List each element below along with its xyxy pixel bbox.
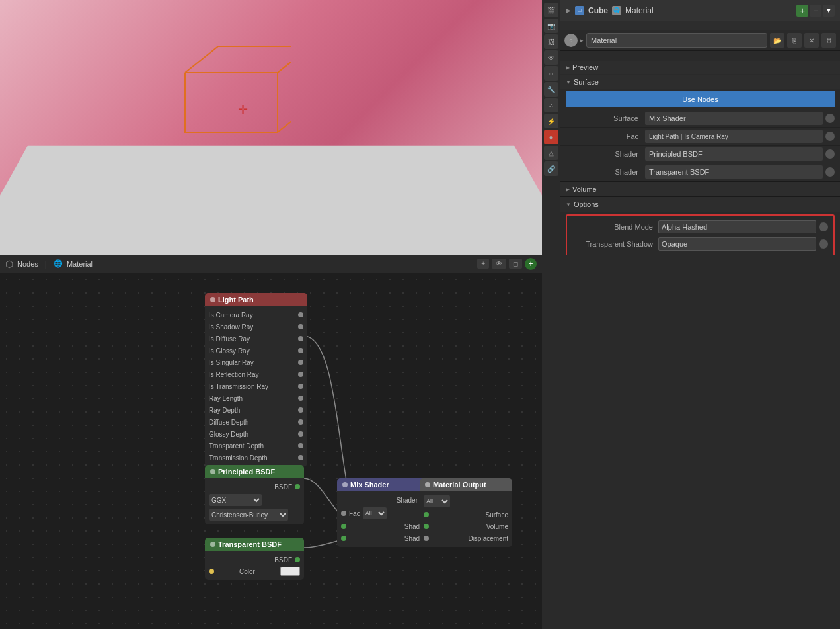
socket-transparent-depth[interactable]: [298, 443, 303, 448]
socket-transmission-depth[interactable]: [298, 455, 303, 460]
sidebar-icon-material[interactable]: ●: [544, 130, 558, 144]
socket-output-surface-in[interactable]: [424, 512, 429, 517]
surface-section-header[interactable]: ▼ Surface: [560, 75, 840, 89]
distribution-select[interactable]: GGX: [209, 494, 262, 506]
node-add-circle[interactable]: +: [525, 258, 537, 270]
node-mix-fac-row: Fac All: [337, 506, 430, 521]
use-nodes-btn[interactable]: Use Nodes: [566, 91, 835, 107]
material-unlink-btn[interactable]: ✕: [804, 33, 819, 48]
viewport-crosshair: ✛: [238, 103, 248, 117]
sidebar-icon-scene[interactable]: 🎬: [544, 3, 558, 17]
material-browse-btn[interactable]: 📂: [770, 33, 784, 48]
socket-is-reflection-ray[interactable]: [298, 372, 303, 377]
node-light-path-title: Light Path: [218, 296, 254, 304]
sidebar-icon-data[interactable]: △: [544, 146, 558, 160]
shader2-dot-btn[interactable]: [825, 167, 835, 177]
node-editor-icon: ⬡: [5, 259, 13, 269]
sidebar-icon-output[interactable]: 🖼: [544, 34, 558, 49]
socket-is-diffuse-ray[interactable]: [298, 336, 303, 341]
node-row-is-transmission-ray: Is Transmission Ray: [205, 380, 307, 392]
socket-ray-depth[interactable]: [298, 407, 303, 413]
blend-mode-row: Blend Mode Alpha Hashed Opaque Alpha Cli…: [570, 218, 831, 235]
material-arrow[interactable]: ▸: [580, 37, 584, 44]
socket-transparent-color-in[interactable]: [209, 569, 214, 574]
material-dropdown-row: ○ ▸ Material 📂 ⎘ ✕ ⚙: [560, 30, 840, 51]
panel-down-btn[interactable]: ▼: [823, 5, 835, 17]
node-transparent-bsdf[interactable]: Transparent BSDF BSDF Color: [205, 538, 304, 580]
node-transparent-bsdf-header: Transparent BSDF: [205, 538, 304, 551]
socket-mix-fac-in[interactable]: [341, 511, 346, 516]
shader1-dot-btn[interactable]: [825, 149, 835, 159]
node-mix-shader-header: Mix Shader: [337, 478, 430, 491]
socket-mix-shader2-in[interactable]: [341, 536, 346, 541]
surface-dot-btn[interactable]: [825, 114, 835, 123]
panel-expand-arrow[interactable]: ▶: [566, 7, 571, 14]
blend-mode-dropdown[interactable]: Alpha Hashed Opaque Alpha Clip Alpha Ble…: [658, 220, 816, 233]
fac-value-btn[interactable]: Light Path | Is Camera Ray: [645, 130, 823, 143]
socket-is-singular-ray[interactable]: [298, 360, 303, 365]
shader1-value-btn[interactable]: Principled BSDF: [645, 147, 823, 161]
socket-transparent-bsdf-out[interactable]: [295, 557, 300, 562]
fac-field-label: Fac: [566, 132, 645, 140]
socket-diffuse-depth[interactable]: [298, 419, 303, 425]
shader2-value-btn[interactable]: Transparent BSDF: [645, 165, 823, 179]
options-section-header[interactable]: ▼ Options: [560, 196, 840, 212]
node-toolbar-select[interactable]: ◻: [509, 259, 522, 269]
node-mix-shader-title: Mix Shader: [350, 481, 389, 489]
node-principled-bsdf[interactable]: Principled BSDF BSDF GGX: [205, 465, 304, 524]
sidebar-icon-render[interactable]: 📷: [544, 19, 558, 33]
node-editor-context: Material: [67, 260, 93, 268]
volume-section-header[interactable]: ▶ Volume: [560, 181, 840, 196]
node-toolbar-view[interactable]: 👁: [492, 259, 506, 269]
socket-mix-shader1-in[interactable]: [341, 524, 346, 529]
node-mix-shader[interactable]: Mix Shader Shader Fac All: [337, 478, 430, 547]
node-row-diffuse-depth: Diffuse Depth: [205, 416, 307, 428]
socket-is-transmission-ray[interactable]: [298, 384, 303, 389]
socket-ray-length[interactable]: [298, 396, 303, 401]
sidebar-icon-physics[interactable]: ⚡: [544, 114, 558, 128]
sidebar-icon-view[interactable]: 👁: [544, 50, 558, 65]
node-material-output[interactable]: Material Output All Surface: [420, 478, 512, 547]
socket-output-volume-in[interactable]: [424, 524, 429, 529]
surface-label: Surface: [574, 78, 599, 86]
viewport[interactable]: ✛: [0, 0, 542, 255]
sidebar-icon-particles[interactable]: ∴: [544, 98, 558, 112]
material-copy-btn[interactable]: ⎘: [787, 33, 802, 48]
transparent-shadow-dropdown[interactable]: Opaque None Clip Hashed: [658, 237, 816, 251]
node-row-is-diffuse-ray: Is Diffuse Ray: [205, 333, 307, 345]
remove-material-btn[interactable]: −: [810, 5, 821, 17]
add-material-btn[interactable]: +: [796, 5, 808, 17]
socket-output-displacement-in[interactable]: [424, 536, 429, 541]
socket-is-shadow-ray[interactable]: [298, 324, 303, 329]
node-output-displacement-row: Displacement: [420, 532, 512, 544]
panel-top-controls: [560, 21, 840, 26]
use-nodes-row: Use Nodes: [560, 89, 840, 110]
node-light-path[interactable]: Light Path Is Camera Ray Is Shadow Ray I…: [205, 293, 307, 466]
transparent-color-swatch[interactable]: [280, 567, 300, 576]
viewport-cube-outline: [145, 40, 291, 159]
options-collapse-icon: ▼: [566, 202, 571, 208]
surface-value-btn[interactable]: Mix Shader: [645, 112, 823, 125]
socket-is-camera-ray[interactable]: [298, 312, 303, 317]
blend-mode-dot: [819, 222, 828, 231]
material-name-input[interactable]: Material: [586, 33, 767, 48]
node-editor[interactable]: ⬡ Nodes | 🌐 Material + 👁 ◻ +: [0, 255, 542, 629]
socket-principled-bsdf-out[interactable]: [295, 484, 300, 489]
socket-glossy-depth[interactable]: [298, 431, 303, 437]
node-output-volume-row: Volume: [420, 521, 512, 532]
fac-dot-btn[interactable]: [825, 132, 835, 141]
node-row-ray-depth: Ray Depth: [205, 404, 307, 416]
output-fac-select[interactable]: All: [424, 495, 450, 507]
preview-section-header[interactable]: ▶ Preview: [560, 61, 840, 74]
subsurface-select[interactable]: Christensen-Burley: [209, 509, 288, 521]
node-output-surface-row: Surface: [420, 509, 512, 521]
sidebar-icon-modifier[interactable]: 🔧: [544, 82, 558, 97]
socket-is-glossy-ray[interactable]: [298, 348, 303, 353]
node-toolbar-add[interactable]: +: [477, 259, 489, 269]
mix-fac-select[interactable]: All: [363, 507, 387, 519]
fac-row: Fac Light Path | Is Camera Ray: [560, 128, 840, 146]
sidebar-icon-object[interactable]: ○: [544, 66, 558, 81]
node-row-is-glossy-ray: Is Glossy Ray: [205, 345, 307, 356]
material-settings-btn[interactable]: ⚙: [821, 33, 836, 48]
sidebar-icon-constraint[interactable]: 🔗: [544, 161, 558, 176]
